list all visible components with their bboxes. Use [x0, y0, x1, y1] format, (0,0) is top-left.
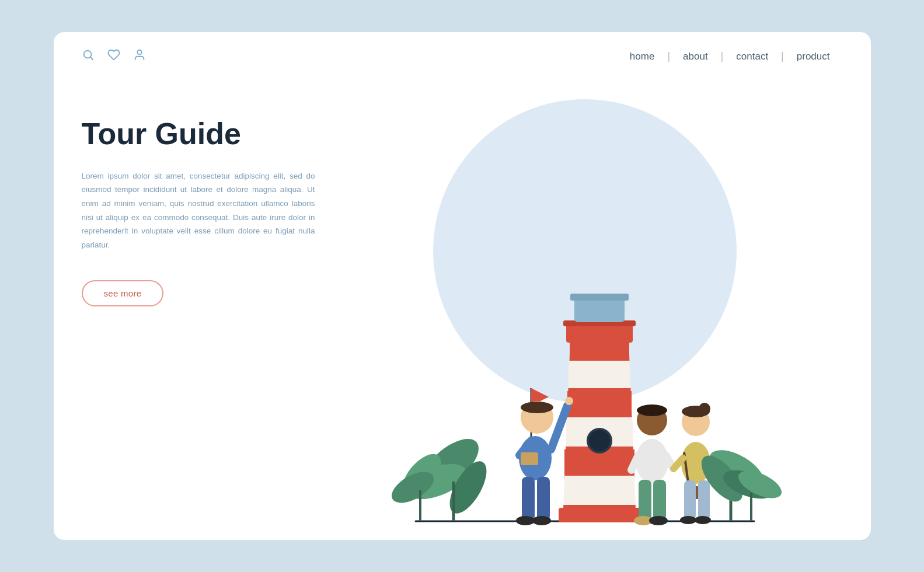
- nav-item-about[interactable]: about: [670, 51, 721, 62]
- svg-rect-20: [559, 505, 643, 525]
- svg-point-66: [695, 516, 711, 524]
- svg-rect-46: [521, 452, 538, 465]
- svg-rect-31: [570, 294, 629, 301]
- svg-rect-53: [653, 480, 666, 521]
- scene-svg: [386, 190, 783, 540]
- nav-item-contact[interactable]: contact: [723, 51, 781, 62]
- hero-description: Lorem ipsum dolor sit amet, consectetur …: [82, 169, 315, 252]
- svg-point-33: [589, 430, 610, 451]
- nav-item-home[interactable]: home: [617, 51, 668, 62]
- svg-point-47: [636, 439, 668, 483]
- nav: home | about | contact | product: [617, 50, 843, 62]
- svg-rect-64: [698, 480, 710, 520]
- svg-point-55: [649, 516, 668, 525]
- svg-point-59: [699, 403, 710, 414]
- svg-point-40: [565, 397, 573, 405]
- main-card: home | about | contact | product Tour Gu…: [54, 32, 871, 540]
- svg-rect-52: [639, 480, 651, 521]
- svg-point-45: [532, 516, 551, 525]
- svg-rect-28: [566, 324, 633, 343]
- svg-rect-43: [537, 477, 550, 521]
- svg-rect-30: [574, 298, 625, 322]
- illustration-section: [327, 82, 843, 540]
- nav-item-product[interactable]: product: [784, 51, 843, 62]
- svg-point-0: [83, 51, 91, 58]
- svg-rect-21: [559, 475, 643, 505]
- user-icon[interactable]: [133, 48, 146, 64]
- svg-line-1: [90, 57, 93, 60]
- svg-point-65: [680, 516, 696, 524]
- svg-rect-42: [522, 477, 535, 521]
- search-icon[interactable]: [82, 48, 95, 64]
- left-section: Tour Guide Lorem ipsum dolor sit amet, c…: [82, 82, 327, 540]
- svg-point-2: [137, 50, 141, 54]
- page-title: Tour Guide: [82, 117, 315, 152]
- main-content: Tour Guide Lorem ipsum dolor sit amet, c…: [54, 70, 871, 540]
- see-more-button[interactable]: see more: [82, 280, 164, 306]
- header: home | about | contact | product: [54, 32, 871, 70]
- svg-point-49: [637, 404, 667, 416]
- svg-point-38: [521, 402, 553, 413]
- svg-line-39: [551, 406, 567, 449]
- svg-rect-25: [559, 358, 643, 388]
- heart-icon[interactable]: [107, 48, 120, 64]
- svg-rect-63: [684, 480, 696, 520]
- hero-illustration: [327, 82, 843, 540]
- header-icons: [82, 48, 146, 64]
- svg-point-44: [516, 516, 535, 525]
